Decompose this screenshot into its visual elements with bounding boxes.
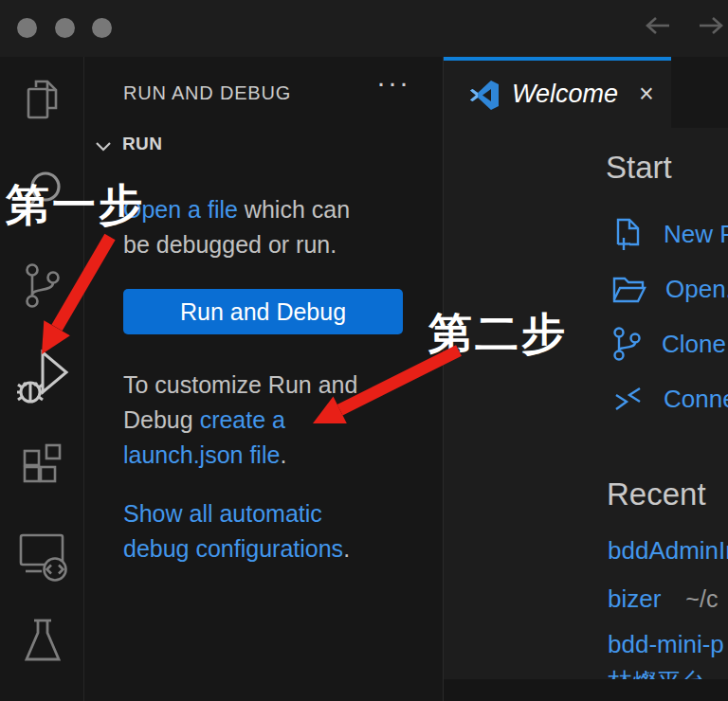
window-minimize-button[interactable] <box>55 18 75 38</box>
start-item-label: New F <box>664 220 728 249</box>
show-all-automatic-link[interactable]: Show all automatic <box>123 496 417 531</box>
more-actions-icon[interactable]: ··· <box>376 68 410 97</box>
extensions-icon[interactable] <box>0 441 84 491</box>
navigate-back-icon[interactable] <box>643 13 673 38</box>
show-auto-text: Show all automatic debug configurations. <box>123 496 417 566</box>
debug-configurations-link[interactable]: debug configurations <box>123 535 343 562</box>
panel-title: RUN AND DEBUG <box>123 82 291 104</box>
window-zoom-button[interactable] <box>92 18 112 38</box>
testing-icon[interactable] <box>0 616 84 667</box>
recent-heading: Recent <box>607 476 706 512</box>
open-folder-icon <box>610 273 646 305</box>
tab-close-icon[interactable]: × <box>639 81 654 107</box>
activity-bar <box>0 57 84 701</box>
start-item-label: Conne <box>664 385 728 414</box>
start-item-connect[interactable]: Conne <box>610 381 728 417</box>
step2-annotation: 第二步 <box>428 305 568 364</box>
run-and-debug-icon[interactable] <box>0 347 84 409</box>
run-and-debug-button[interactable]: Run and Debug <box>123 289 403 334</box>
create-launch-json-link[interactable]: create a <box>200 406 285 433</box>
tab-bar: Welcome × <box>444 57 728 128</box>
explorer-icon[interactable] <box>0 76 84 123</box>
start-heading: Start <box>606 150 672 186</box>
git-clone-icon <box>610 326 643 362</box>
remote-connect-icon <box>610 385 645 413</box>
launch-json-file-link[interactable]: launch.json file <box>123 441 280 468</box>
customize-text: To customize Run and Debug create a laun… <box>123 368 417 473</box>
navigate-forward-icon[interactable] <box>696 13 726 38</box>
chevron-down-icon[interactable] <box>95 141 112 152</box>
start-item-label: Clone <box>662 330 726 359</box>
window-bottom-edge <box>444 679 728 701</box>
source-control-icon[interactable] <box>0 261 84 311</box>
step1-annotation: 第一步 <box>6 176 145 235</box>
recent-item[interactable]: bdd-mini-p <box>608 628 728 660</box>
editor-area: Welcome × Start New F Open. <box>443 57 728 701</box>
start-item-label: Open. <box>665 275 728 304</box>
recent-item[interactable]: bddAdminIn <box>608 534 728 566</box>
window-close-button[interactable] <box>17 18 37 38</box>
vscode-window: RUN AND DEBUG ··· RUN Open a file which … <box>0 0 728 701</box>
run-section-header[interactable]: RUN <box>122 134 162 154</box>
remote-explorer-icon[interactable] <box>0 529 84 582</box>
tab-title: Welcome <box>512 80 618 109</box>
start-item-new-file[interactable]: New F <box>610 216 728 252</box>
vscode-logo-icon <box>468 79 500 111</box>
start-item-clone[interactable]: Clone <box>610 326 726 362</box>
tab-welcome[interactable]: Welcome × <box>444 57 671 128</box>
run-intro-text: Open a file which can be debugged or run… <box>123 192 389 262</box>
recent-item[interactable]: bizer ~/c <box>608 583 718 615</box>
start-item-open[interactable]: Open. <box>610 271 728 307</box>
title-bar <box>0 0 728 57</box>
new-file-icon <box>610 216 645 252</box>
run-and-debug-panel: RUN AND DEBUG ··· RUN Open a file which … <box>84 57 443 701</box>
